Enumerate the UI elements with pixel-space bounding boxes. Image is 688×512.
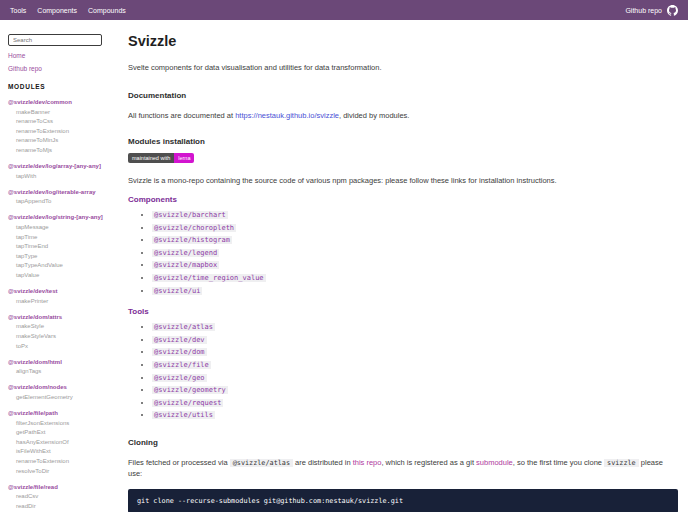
nav-github[interactable]: Github repo	[625, 5, 678, 16]
module-function-link[interactable]: resolveToDir	[16, 467, 120, 475]
module-group-svizzle-dom-attrs: @svizzle/dom/attrsmakeStylemakeStyleVars…	[8, 313, 120, 350]
package-link-svizzle-request[interactable]: @svizzle/request	[152, 399, 223, 407]
package-link-svizzle-geometry[interactable]: @svizzle/geometry	[152, 386, 228, 394]
package-link-svizzle-ui[interactable]: @svizzle/ui	[152, 287, 202, 295]
page-layout: HomeGithub repo MODULES @svizzle/dev/com…	[0, 20, 688, 512]
module-function-link[interactable]: tapType	[16, 252, 120, 260]
package-link-svizzle-dom[interactable]: @svizzle/dom	[152, 348, 207, 356]
components-heading: Components	[128, 195, 678, 204]
tools-heading: Tools	[128, 307, 678, 316]
code-block[interactable]: git clone --recurse-submodules git@githu…	[128, 489, 678, 512]
page-subtitle: Svelte components for data visualisation…	[128, 63, 678, 72]
module-function-link[interactable]: makeStyleVars	[16, 332, 120, 340]
package-link-svizzle-utils[interactable]: @svizzle/utils	[152, 411, 215, 419]
module-function-link[interactable]: tapValue	[16, 271, 120, 279]
module-function-link[interactable]: getPathExt	[16, 428, 120, 436]
github-icon[interactable]	[667, 5, 678, 16]
module-function-link[interactable]: tapWith	[16, 172, 120, 180]
module-group-svizzle-dom-nodes: @svizzle/dom/nodesgetElementGeometry	[8, 383, 120, 401]
nav-item-tools[interactable]: Tools	[10, 7, 26, 14]
package-link-svizzle-choropleth[interactable]: @svizzle/choropleth	[152, 224, 236, 232]
badge-value: lerna	[174, 153, 194, 163]
module-function-link[interactable]: tapTypeAndValue	[16, 261, 120, 269]
module-function-link[interactable]: makeBanner	[16, 108, 120, 116]
module-link[interactable]: @svizzle/dev/log/string-[any-any]	[8, 213, 120, 221]
list-item: @svizzle/dev	[152, 334, 678, 347]
list-item: @svizzle/geo	[152, 372, 678, 385]
cloning-text: Files fetched or processed via	[128, 458, 230, 467]
list-item: @svizzle/choropleth	[152, 222, 678, 235]
module-function-link[interactable]: filterJsonExtensions	[16, 419, 120, 427]
module-group-svizzle-dev-test: @svizzle/dev/testmakePrinter	[8, 287, 120, 305]
package-link-svizzle-file[interactable]: @svizzle/file	[152, 361, 211, 369]
code-text: git clone --recurse-submodules git@githu…	[137, 497, 403, 505]
module-function-link[interactable]: isFileWithExt	[16, 447, 120, 455]
module-groups: @svizzle/dev/commonmakeBannerrenameToCss…	[8, 98, 120, 512]
module-link[interactable]: @svizzle/dom/nodes	[8, 383, 120, 391]
module-function-link[interactable]: makeStyle	[16, 322, 120, 330]
package-link-svizzle-barchart[interactable]: @svizzle/barchart	[152, 211, 228, 219]
package-link-svizzle-histogram[interactable]: @svizzle/histogram	[152, 236, 232, 244]
search-input[interactable]	[8, 34, 102, 46]
module-function-link[interactable]: tapTimeEnd	[16, 242, 120, 250]
module-link[interactable]: @svizzle/file/read	[8, 483, 120, 491]
module-group-svizzle-dev-log-array-any-any: @svizzle/dev/log/array-[any-any]tapWith	[8, 162, 120, 180]
module-group-svizzle-dom-html: @svizzle/dom/htmlalignTags	[8, 358, 120, 376]
nav-item-compounds[interactable]: Compounds	[88, 7, 126, 14]
module-link[interactable]: @svizzle/dev/test	[8, 287, 120, 295]
module-function-link[interactable]: hasAnyExtensionOf	[16, 438, 120, 446]
inline-code: @svizzle/atlas	[230, 459, 293, 467]
module-function-link[interactable]: makePrinter	[16, 297, 120, 305]
inline-code: svizzle	[604, 459, 639, 467]
sidebar-link-home[interactable]: Home	[8, 52, 120, 59]
module-function-link[interactable]: readDir	[16, 502, 120, 510]
module-link[interactable]: @svizzle/dev/log/array-[any-any]	[8, 162, 120, 170]
module-function-link[interactable]: tapAppendTo	[16, 197, 120, 205]
sidebar-link-github-repo[interactable]: Github repo	[8, 65, 120, 72]
app-root: ToolsComponentsCompounds Github repo Hom…	[0, 0, 688, 512]
nav-item-components[interactable]: Components	[37, 7, 77, 14]
module-link[interactable]: @svizzle/file/path	[8, 409, 120, 417]
package-link-svizzle-mapbox[interactable]: @svizzle/mapbox	[152, 261, 219, 269]
installation-heading: Modules installation	[128, 137, 678, 146]
docs-site-link[interactable]: https://nestauk.github.io/svizzle	[235, 111, 339, 120]
list-item: @svizzle/time_region_value	[152, 272, 678, 285]
package-link-svizzle-time-region-value[interactable]: @svizzle/time_region_value	[152, 274, 266, 282]
list-item: @svizzle/file	[152, 359, 678, 372]
module-function-link[interactable]: alignTags	[16, 367, 120, 375]
module-function-link[interactable]: renameToCss	[16, 117, 120, 125]
package-link-svizzle-atlas[interactable]: @svizzle/atlas	[152, 323, 215, 331]
module-function-link[interactable]: tapMessage	[16, 223, 120, 231]
cloning-link-this-repo[interactable]: this repo	[353, 458, 382, 467]
module-link[interactable]: @svizzle/dev/common	[8, 98, 120, 106]
module-function-link[interactable]: getElementGeometry	[16, 393, 120, 401]
module-function-link[interactable]: readCsv	[16, 492, 120, 500]
installation-intro: Svizzle is a mono-repo containing the so…	[128, 176, 678, 185]
module-function-link[interactable]: renameToMinJs	[16, 136, 120, 144]
package-link-svizzle-legend[interactable]: @svizzle/legend	[152, 249, 219, 257]
cloning-heading: Cloning	[128, 438, 678, 447]
github-repo-link[interactable]: Github repo	[625, 7, 662, 14]
module-link[interactable]: @svizzle/dom/html	[8, 358, 120, 366]
sidebar: HomeGithub repo MODULES @svizzle/dev/com…	[0, 20, 120, 512]
page-title: Svizzle	[128, 33, 678, 49]
module-link[interactable]: @svizzle/dev/log/iterable-array	[8, 188, 120, 196]
module-function-link[interactable]: renameToExtension	[16, 457, 120, 465]
list-item: @svizzle/utils	[152, 409, 678, 422]
list-item: @svizzle/barchart	[152, 209, 678, 222]
lerna-badge[interactable]: maintained with lerna	[128, 153, 194, 163]
module-link[interactable]: @svizzle/dom/attrs	[8, 313, 120, 321]
sidebar-links: HomeGithub repo	[8, 52, 120, 72]
module-function-link[interactable]: tapTime	[16, 233, 120, 241]
cloning-text: , so the first time you clone	[513, 458, 604, 467]
module-group-svizzle-dev-common: @svizzle/dev/commonmakeBannerrenameToCss…	[8, 98, 120, 154]
modules-header: MODULES	[8, 83, 120, 90]
module-function-link[interactable]: toPx	[16, 342, 120, 350]
module-group-svizzle-dev-log-string-any-any: @svizzle/dev/log/string-[any-any]tapMess…	[8, 213, 120, 279]
package-link-svizzle-dev[interactable]: @svizzle/dev	[152, 336, 207, 344]
package-link-svizzle-geo[interactable]: @svizzle/geo	[152, 374, 207, 382]
module-function-link[interactable]: renameToMjs	[16, 146, 120, 154]
module-function-link[interactable]: renameToExtension	[16, 127, 120, 135]
list-item: @svizzle/mapbox	[152, 259, 678, 272]
cloning-link-submodule[interactable]: submodule	[476, 458, 513, 467]
